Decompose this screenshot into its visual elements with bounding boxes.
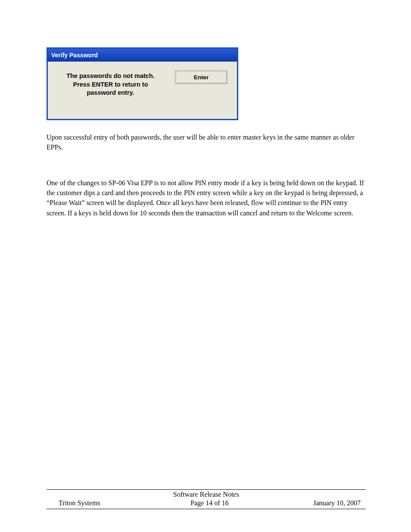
dialog-title: Verify Password: [51, 52, 98, 59]
dialog-body: The passwords do not match. Press ENTER …: [48, 62, 237, 119]
enter-button[interactable]: Enter: [176, 71, 227, 83]
document-body-text: Upon successful entry of both passwords,…: [47, 132, 364, 218]
dialog-message: The passwords do not match. Press ENTER …: [58, 71, 163, 97]
footer-page: Page 14 of 16: [159, 499, 260, 507]
paragraph-1: Upon successful entry of both passwords,…: [47, 132, 364, 152]
footer-company: Triton Systems: [59, 499, 159, 507]
footer-title: Software Release Notes: [47, 491, 366, 499]
verify-password-dialog: Verify Password The passwords do not mat…: [47, 47, 238, 120]
dialog-message-line-2: Press ENTER to return to: [73, 81, 148, 88]
footer-date: January 10, 2007: [260, 499, 364, 507]
page-content: Verify Password The passwords do not mat…: [0, 0, 411, 218]
dialog-title-bar: Verify Password: [48, 49, 237, 62]
paragraph-2: One of the changes to SP-06 Visa EPP is …: [47, 178, 364, 218]
footer-row-bottom: Triton Systems Page 14 of 16 January 10,…: [47, 499, 366, 508]
page-footer: Software Release Notes Triton Systems Pa…: [47, 489, 366, 509]
dialog-message-line-3: password entry.: [87, 89, 134, 96]
dialog-message-line-1: The passwords do not match.: [66, 72, 155, 79]
